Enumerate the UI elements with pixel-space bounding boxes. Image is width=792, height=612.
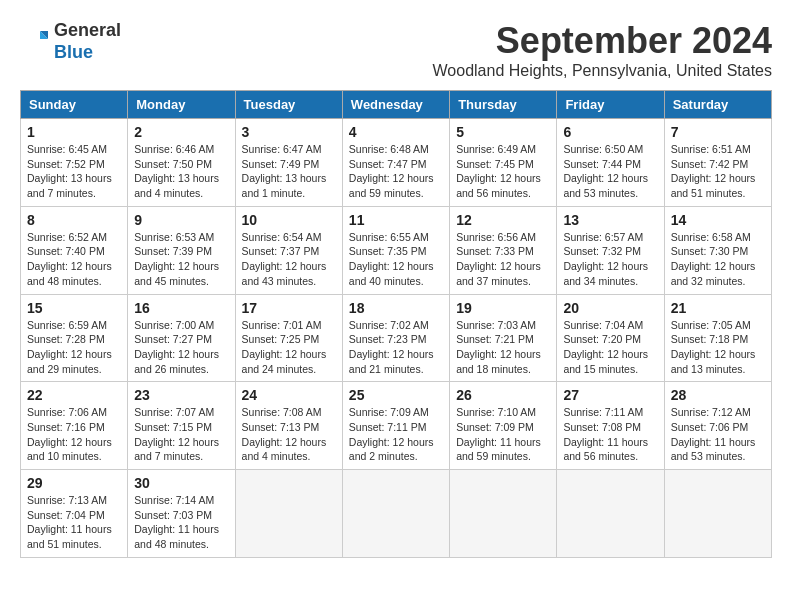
logo-general: General: [54, 20, 121, 40]
calendar-cell: 4Sunrise: 6:48 AMSunset: 7:47 PMDaylight…: [342, 119, 449, 207]
weekday-header-row: SundayMondayTuesdayWednesdayThursdayFrid…: [21, 91, 772, 119]
day-number: 8: [27, 212, 121, 228]
day-info: Sunrise: 7:06 AMSunset: 7:16 PMDaylight:…: [27, 405, 121, 464]
weekday-header-friday: Friday: [557, 91, 664, 119]
day-info: Sunrise: 7:03 AMSunset: 7:21 PMDaylight:…: [456, 318, 550, 377]
calendar-week-row: 1Sunrise: 6:45 AMSunset: 7:52 PMDaylight…: [21, 119, 772, 207]
day-number: 4: [349, 124, 443, 140]
day-info: Sunrise: 6:47 AMSunset: 7:49 PMDaylight:…: [242, 142, 336, 201]
day-number: 15: [27, 300, 121, 316]
logo-icon: [20, 27, 50, 57]
day-number: 20: [563, 300, 657, 316]
calendar-cell: 19Sunrise: 7:03 AMSunset: 7:21 PMDayligh…: [450, 294, 557, 382]
day-number: 9: [134, 212, 228, 228]
logo: General Blue: [20, 20, 121, 63]
calendar-cell: 14Sunrise: 6:58 AMSunset: 7:30 PMDayligh…: [664, 206, 771, 294]
day-info: Sunrise: 7:01 AMSunset: 7:25 PMDaylight:…: [242, 318, 336, 377]
day-info: Sunrise: 6:59 AMSunset: 7:28 PMDaylight:…: [27, 318, 121, 377]
day-info: Sunrise: 6:52 AMSunset: 7:40 PMDaylight:…: [27, 230, 121, 289]
day-info: Sunrise: 7:00 AMSunset: 7:27 PMDaylight:…: [134, 318, 228, 377]
day-number: 25: [349, 387, 443, 403]
day-number: 7: [671, 124, 765, 140]
day-number: 14: [671, 212, 765, 228]
day-info: Sunrise: 6:57 AMSunset: 7:32 PMDaylight:…: [563, 230, 657, 289]
calendar-cell: 10Sunrise: 6:54 AMSunset: 7:37 PMDayligh…: [235, 206, 342, 294]
weekday-header-sunday: Sunday: [21, 91, 128, 119]
day-info: Sunrise: 7:07 AMSunset: 7:15 PMDaylight:…: [134, 405, 228, 464]
day-number: 19: [456, 300, 550, 316]
day-info: Sunrise: 7:13 AMSunset: 7:04 PMDaylight:…: [27, 493, 121, 552]
calendar-cell: 27Sunrise: 7:11 AMSunset: 7:08 PMDayligh…: [557, 382, 664, 470]
day-info: Sunrise: 6:54 AMSunset: 7:37 PMDaylight:…: [242, 230, 336, 289]
day-number: 10: [242, 212, 336, 228]
day-info: Sunrise: 7:11 AMSunset: 7:08 PMDaylight:…: [563, 405, 657, 464]
calendar-cell: 13Sunrise: 6:57 AMSunset: 7:32 PMDayligh…: [557, 206, 664, 294]
day-number: 6: [563, 124, 657, 140]
calendar-cell: 26Sunrise: 7:10 AMSunset: 7:09 PMDayligh…: [450, 382, 557, 470]
weekday-header-monday: Monday: [128, 91, 235, 119]
day-number: 26: [456, 387, 550, 403]
day-info: Sunrise: 7:12 AMSunset: 7:06 PMDaylight:…: [671, 405, 765, 464]
month-title: September 2024: [433, 20, 772, 62]
calendar-cell: 11Sunrise: 6:55 AMSunset: 7:35 PMDayligh…: [342, 206, 449, 294]
calendar-cell: 28Sunrise: 7:12 AMSunset: 7:06 PMDayligh…: [664, 382, 771, 470]
day-info: Sunrise: 6:45 AMSunset: 7:52 PMDaylight:…: [27, 142, 121, 201]
day-info: Sunrise: 6:58 AMSunset: 7:30 PMDaylight:…: [671, 230, 765, 289]
day-info: Sunrise: 7:08 AMSunset: 7:13 PMDaylight:…: [242, 405, 336, 464]
calendar-cell: 25Sunrise: 7:09 AMSunset: 7:11 PMDayligh…: [342, 382, 449, 470]
calendar-cell: 18Sunrise: 7:02 AMSunset: 7:23 PMDayligh…: [342, 294, 449, 382]
day-info: Sunrise: 7:14 AMSunset: 7:03 PMDaylight:…: [134, 493, 228, 552]
calendar-cell: 5Sunrise: 6:49 AMSunset: 7:45 PMDaylight…: [450, 119, 557, 207]
calendar-cell: 24Sunrise: 7:08 AMSunset: 7:13 PMDayligh…: [235, 382, 342, 470]
day-info: Sunrise: 6:50 AMSunset: 7:44 PMDaylight:…: [563, 142, 657, 201]
calendar-week-row: 29Sunrise: 7:13 AMSunset: 7:04 PMDayligh…: [21, 470, 772, 558]
weekday-header-saturday: Saturday: [664, 91, 771, 119]
logo-text: General Blue: [54, 20, 121, 63]
weekday-header-tuesday: Tuesday: [235, 91, 342, 119]
day-info: Sunrise: 6:51 AMSunset: 7:42 PMDaylight:…: [671, 142, 765, 201]
day-number: 21: [671, 300, 765, 316]
calendar-cell: [664, 470, 771, 558]
day-number: 30: [134, 475, 228, 491]
day-info: Sunrise: 7:02 AMSunset: 7:23 PMDaylight:…: [349, 318, 443, 377]
day-number: 2: [134, 124, 228, 140]
calendar-cell: [235, 470, 342, 558]
calendar-cell: 8Sunrise: 6:52 AMSunset: 7:40 PMDaylight…: [21, 206, 128, 294]
calendar-cell: [450, 470, 557, 558]
calendar-cell: 16Sunrise: 7:00 AMSunset: 7:27 PMDayligh…: [128, 294, 235, 382]
weekday-header-thursday: Thursday: [450, 91, 557, 119]
day-number: 22: [27, 387, 121, 403]
day-number: 12: [456, 212, 550, 228]
calendar-cell: 22Sunrise: 7:06 AMSunset: 7:16 PMDayligh…: [21, 382, 128, 470]
day-number: 5: [456, 124, 550, 140]
calendar-week-row: 8Sunrise: 6:52 AMSunset: 7:40 PMDaylight…: [21, 206, 772, 294]
calendar-cell: 23Sunrise: 7:07 AMSunset: 7:15 PMDayligh…: [128, 382, 235, 470]
day-info: Sunrise: 6:48 AMSunset: 7:47 PMDaylight:…: [349, 142, 443, 201]
day-info: Sunrise: 7:05 AMSunset: 7:18 PMDaylight:…: [671, 318, 765, 377]
calendar-cell: 29Sunrise: 7:13 AMSunset: 7:04 PMDayligh…: [21, 470, 128, 558]
calendar-cell: [557, 470, 664, 558]
day-info: Sunrise: 6:56 AMSunset: 7:33 PMDaylight:…: [456, 230, 550, 289]
day-number: 3: [242, 124, 336, 140]
day-info: Sunrise: 7:04 AMSunset: 7:20 PMDaylight:…: [563, 318, 657, 377]
day-number: 27: [563, 387, 657, 403]
calendar-cell: 30Sunrise: 7:14 AMSunset: 7:03 PMDayligh…: [128, 470, 235, 558]
day-info: Sunrise: 6:49 AMSunset: 7:45 PMDaylight:…: [456, 142, 550, 201]
day-number: 17: [242, 300, 336, 316]
day-number: 1: [27, 124, 121, 140]
calendar-cell: 7Sunrise: 6:51 AMSunset: 7:42 PMDaylight…: [664, 119, 771, 207]
calendar-cell: 17Sunrise: 7:01 AMSunset: 7:25 PMDayligh…: [235, 294, 342, 382]
calendar-cell: 2Sunrise: 6:46 AMSunset: 7:50 PMDaylight…: [128, 119, 235, 207]
calendar-cell: 3Sunrise: 6:47 AMSunset: 7:49 PMDaylight…: [235, 119, 342, 207]
calendar-cell: 15Sunrise: 6:59 AMSunset: 7:28 PMDayligh…: [21, 294, 128, 382]
calendar-cell: 1Sunrise: 6:45 AMSunset: 7:52 PMDaylight…: [21, 119, 128, 207]
day-info: Sunrise: 7:09 AMSunset: 7:11 PMDaylight:…: [349, 405, 443, 464]
day-number: 23: [134, 387, 228, 403]
day-number: 16: [134, 300, 228, 316]
calendar-cell: 21Sunrise: 7:05 AMSunset: 7:18 PMDayligh…: [664, 294, 771, 382]
day-number: 13: [563, 212, 657, 228]
day-info: Sunrise: 6:55 AMSunset: 7:35 PMDaylight:…: [349, 230, 443, 289]
page-header: General Blue September 2024 Woodland Hei…: [20, 20, 772, 80]
day-info: Sunrise: 6:46 AMSunset: 7:50 PMDaylight:…: [134, 142, 228, 201]
day-number: 29: [27, 475, 121, 491]
